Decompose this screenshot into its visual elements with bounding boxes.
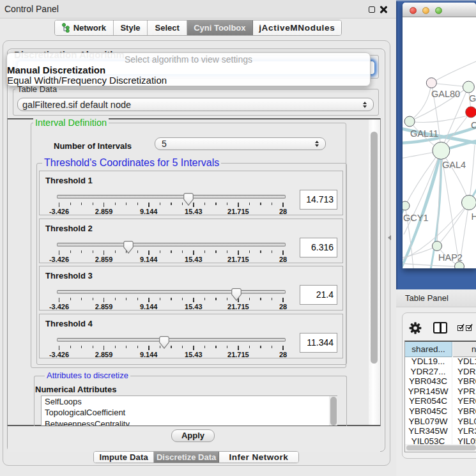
svg-text:GA: GA bbox=[469, 93, 476, 104]
svg-text:HAP2: HAP2 bbox=[438, 252, 463, 263]
svg-text:GCY1: GCY1 bbox=[403, 213, 429, 223]
svg-text:GAL4: GAL4 bbox=[442, 160, 466, 170]
svg-text:GAL11: GAL11 bbox=[410, 128, 438, 139]
svg-text:C: C bbox=[471, 120, 476, 130]
svg-text:GAL80: GAL80 bbox=[431, 89, 460, 99]
svg-text:H: H bbox=[472, 211, 476, 222]
